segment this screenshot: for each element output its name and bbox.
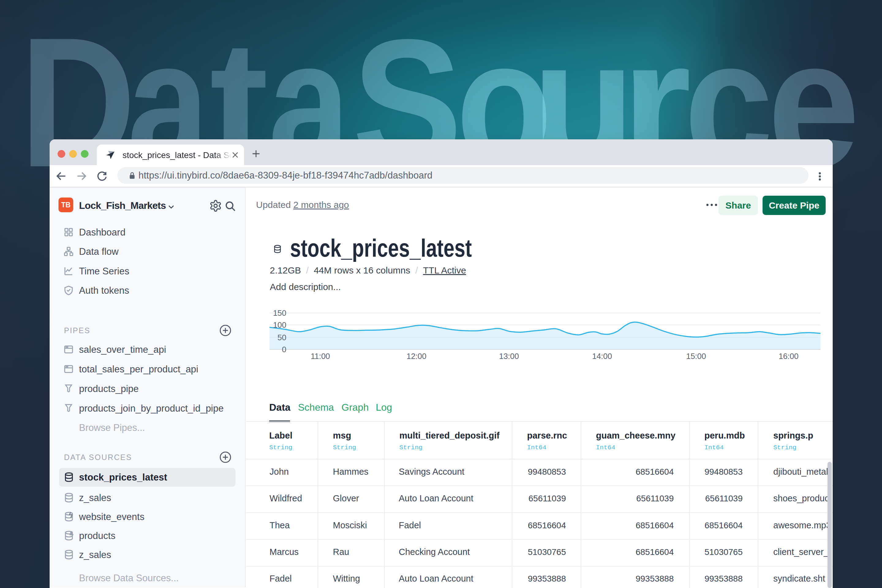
- svg-text:13:00: 13:00: [499, 352, 519, 361]
- svg-text:150: 150: [273, 308, 286, 318]
- svg-text:11:00: 11:00: [310, 352, 330, 361]
- svg-text:15:00: 15:00: [686, 352, 706, 361]
- svg-text:0: 0: [282, 345, 286, 354]
- svg-text:100: 100: [273, 320, 286, 330]
- svg-text:16:00: 16:00: [778, 352, 798, 361]
- svg-text:14:00: 14:00: [592, 352, 612, 361]
- svg-text:50: 50: [278, 333, 286, 342]
- svg-text:12:00: 12:00: [406, 352, 426, 361]
